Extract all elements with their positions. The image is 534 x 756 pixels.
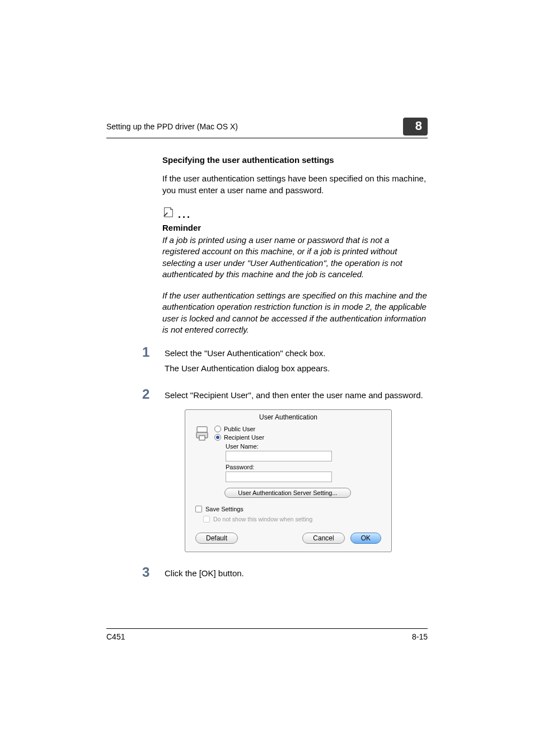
radio-selected-icon — [214, 434, 221, 441]
section-title: Specifying the user authentication setti… — [162, 155, 428, 165]
chapter-number-badge: 8 — [403, 118, 428, 136]
note-icon — [162, 206, 175, 221]
radio-icon — [214, 426, 221, 432]
ok-button[interactable]: OK — [350, 533, 381, 544]
username-label: User Name: — [226, 443, 381, 450]
ellipsis-icon: ... — [178, 209, 191, 221]
server-setting-button[interactable]: User Authentication Server Setting... — [224, 488, 351, 498]
checkbox-disabled-icon — [203, 516, 210, 522]
footer-model: C451 — [106, 632, 125, 641]
recipient-user-radio[interactable]: Recipient User — [214, 434, 381, 441]
recipient-user-label: Recipient User — [224, 434, 264, 441]
save-settings-checkbox[interactable]: Save Settings — [195, 506, 381, 512]
footer-page-number: 8-15 — [412, 632, 428, 641]
public-user-radio[interactable]: Public User — [214, 426, 381, 432]
user-authentication-dialog: User Authentication Public User Recipien… — [185, 409, 392, 552]
svg-rect-0 — [197, 427, 207, 432]
running-header: Setting up the PPD driver (Mac OS X) — [106, 122, 238, 131]
save-settings-label: Save Settings — [205, 506, 243, 512]
do-not-show-label: Do not show this window when setting — [213, 516, 312, 522]
step-number-1: 1 — [142, 346, 152, 359]
reminder-paragraph-2: If the user authentication settings are … — [162, 290, 428, 335]
reminder-title: Reminder — [162, 223, 428, 232]
public-user-label: Public User — [224, 426, 255, 432]
cancel-button[interactable]: Cancel — [302, 533, 344, 544]
svg-rect-2 — [199, 436, 205, 440]
dialog-title: User Authentication — [185, 410, 391, 426]
step-2-text: Select "Recipient User", and then enter … — [165, 388, 423, 402]
username-input[interactable] — [226, 451, 332, 461]
printer-icon — [195, 426, 209, 442]
step-number-3: 3 — [142, 566, 152, 579]
default-button[interactable]: Default — [195, 533, 238, 544]
password-input[interactable] — [226, 472, 332, 482]
reminder-paragraph-1: If a job is printed using a user name or… — [162, 235, 428, 280]
step-1-text: Select the "User Authentication" check b… — [165, 346, 325, 360]
step-1-subtext: The User Authentication dialog box appea… — [165, 363, 428, 373]
checkbox-icon — [195, 506, 202, 512]
do-not-show-checkbox: Do not show this window when setting — [203, 516, 381, 522]
password-label: Password: — [226, 464, 381, 470]
intro-paragraph: If the user authentication settings have… — [162, 172, 428, 196]
step-number-2: 2 — [142, 388, 152, 401]
step-3-text: Click the [OK] button. — [165, 566, 244, 580]
